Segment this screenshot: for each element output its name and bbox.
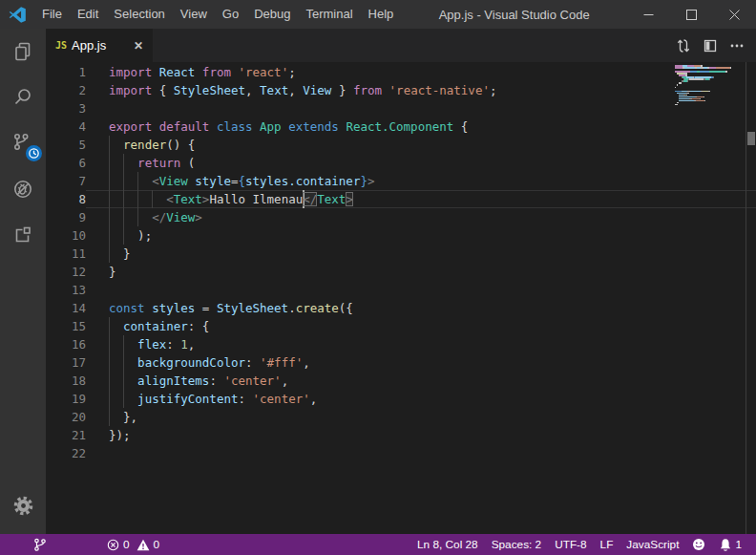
token: return [137, 156, 180, 170]
line-number: 14 [46, 299, 86, 317]
minimize-button[interactable] [627, 0, 670, 29]
token: , [188, 337, 196, 352]
code-line-17[interactable]: backgroundColor: '#fff', [86, 353, 756, 372]
code-line-11[interactable]: } [86, 245, 756, 263]
maximize-button[interactable] [670, 0, 713, 29]
line-number: 1 [46, 63, 86, 81]
notification-count: 1 [735, 538, 742, 551]
indent-guide [152, 190, 153, 208]
debug-icon[interactable] [0, 166, 46, 212]
token: style [188, 174, 231, 188]
line-number: 13 [46, 281, 86, 299]
code-line-3[interactable] [86, 99, 756, 117]
code-content[interactable]: import React from 'react';import { Style… [86, 63, 756, 534]
status-cursor-position[interactable]: Ln 8, Col 28 [410, 534, 485, 555]
indent-guide [123, 190, 124, 208]
vscode-logo-icon [0, 6, 34, 24]
extensions-icon[interactable] [0, 212, 46, 258]
code-line-14[interactable]: const styles = StyleSheet.create({ [86, 299, 756, 317]
indent-guide [123, 154, 124, 172]
token: create [296, 301, 339, 315]
problems-status[interactable]: 0 0 [102, 534, 164, 555]
code-line-12[interactable]: } [86, 263, 756, 281]
source-control-icon[interactable] [0, 120, 46, 166]
sync-icon[interactable] [670, 29, 697, 62]
line-number: 16 [46, 335, 86, 353]
indent-guide [109, 317, 110, 335]
code-line-5[interactable]: render() { [86, 136, 756, 154]
menu-edit[interactable]: Edit [70, 0, 106, 29]
code-line-8[interactable]: <Text>Hallo Ilmenau</Text> [86, 190, 756, 208]
minimap[interactable] [675, 65, 740, 108]
token: }, [123, 410, 137, 424]
line-number: 18 [46, 372, 86, 390]
code-line-20[interactable]: }, [86, 408, 756, 426]
settings-gear-icon[interactable] [0, 482, 46, 528]
menu-view[interactable]: View [173, 0, 215, 29]
code-line-15[interactable]: container: { [86, 317, 756, 335]
notifications-bell[interactable]: 1 [712, 534, 748, 555]
code-line-7[interactable]: <View style={styles.container}> [86, 172, 756, 190]
menu-terminal[interactable]: Terminal [298, 0, 360, 29]
token: > [368, 174, 375, 188]
status-bar-right: Ln 8, Col 28Spaces: 2UTF-8LFJavaScript1 [410, 534, 756, 555]
tab-appjs[interactable]: JS App.js ✕ [46, 29, 153, 62]
code-line-1[interactable]: import React from 'react'; [86, 63, 756, 81]
token: import [109, 83, 159, 97]
code-line-10[interactable]: ); [86, 226, 756, 245]
token: App [260, 119, 282, 134]
close-button[interactable] [713, 0, 756, 29]
warning-icon [136, 539, 150, 551]
code-line-22[interactable] [86, 444, 756, 462]
code-line-2[interactable]: import { StyleSheet, Text, View } from '… [86, 81, 756, 99]
line-number: 20 [46, 408, 86, 426]
code-line-18[interactable]: alignItems: 'center', [86, 372, 756, 390]
git-branch-icon[interactable] [29, 534, 52, 555]
split-editor-icon[interactable] [697, 29, 724, 62]
indent-guide [109, 353, 110, 372]
line-number: 6 [46, 154, 86, 172]
token: const [109, 301, 152, 315]
token: render [123, 138, 166, 152]
token: default [159, 119, 217, 134]
token: justifyContent [137, 392, 238, 406]
line-number: 7 [46, 172, 86, 190]
line-number: 15 [46, 317, 86, 335]
tab-close-icon[interactable]: ✕ [134, 39, 143, 53]
indent-guide [123, 172, 124, 190]
more-actions-icon[interactable] [724, 29, 750, 62]
token [109, 410, 123, 424]
menu-debug[interactable]: Debug [246, 0, 298, 29]
code-line-9[interactable]: </View> [86, 208, 756, 226]
line-number: 4 [46, 117, 86, 136]
status-encoding[interactable]: UTF-8 [548, 534, 593, 555]
code-line-16[interactable]: flex: 1, [86, 335, 756, 353]
status-eol[interactable]: LF [594, 534, 620, 555]
code-line-6[interactable]: return ( [86, 154, 756, 172]
code-editor[interactable]: 12345678910111213141516171819202122 impo… [46, 62, 756, 534]
menu-file[interactable]: File [34, 0, 70, 29]
menu-selection[interactable]: Selection [106, 0, 172, 29]
js-file-icon: JS [55, 40, 67, 51]
token: extends [282, 119, 346, 134]
menu-go[interactable]: Go [215, 0, 246, 29]
status-language-mode[interactable]: JavaScript [620, 534, 685, 555]
menu-help[interactable]: Help [361, 0, 402, 29]
explorer-icon[interactable] [0, 29, 46, 75]
tab-bar: JS App.js ✕ [46, 29, 756, 62]
code-line-19[interactable]: justifyContent: 'center', [86, 390, 756, 408]
token: styles.container [245, 174, 360, 188]
code-line-4[interactable]: export default class App extends React.C… [86, 117, 756, 136]
token: View [159, 174, 188, 188]
title-bar: FileEditSelectionViewGoDebugTerminalHelp… [0, 0, 756, 29]
overview-ruler[interactable] [746, 62, 756, 534]
token: < [152, 174, 159, 188]
code-line-13[interactable] [86, 281, 756, 299]
feedback-smiley-icon[interactable] [685, 534, 712, 555]
error-count: 0 [123, 538, 130, 551]
search-icon[interactable] [0, 75, 46, 120]
token: } [331, 83, 346, 97]
code-line-21[interactable]: }); [86, 426, 756, 444]
status-indentation[interactable]: Spaces: 2 [485, 534, 548, 555]
indent-guide [109, 208, 110, 226]
